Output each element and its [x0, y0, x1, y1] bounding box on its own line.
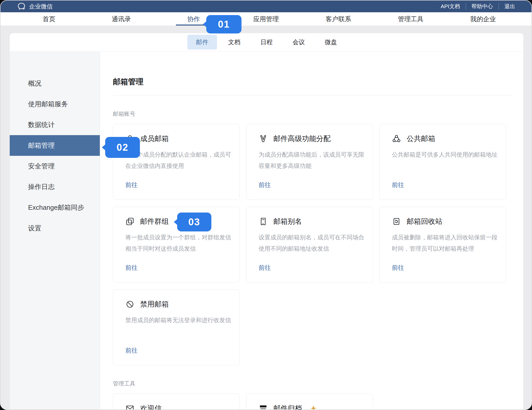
- sidebar-item-settings[interactable]: 设置: [10, 218, 100, 239]
- wecom-admin-window: 企业微信 API文档帮助中心退出 首页通讯录协作应用管理客户联系管理工具我的企业…: [0, 0, 532, 410]
- feature-card: 公共邮箱 公共邮箱是可供多人共同使用的邮箱地址前往: [379, 124, 506, 200]
- step-badge-01: 01: [206, 15, 241, 33]
- feature-card: 邮箱别名 设置成员的邮箱别名，成员可在不同场合使用不同的邮箱地址收发信前往: [246, 207, 373, 283]
- card-description: 为成员分配高级功能后，该成员可享无限容量和更多高级功能: [259, 149, 366, 171]
- card-title: 邮件群组: [140, 217, 169, 226]
- feature-card: 邮件高级功能分配 为成员分配高级功能后，该成员可享无限容量和更多高级功能前往: [246, 124, 373, 200]
- sidebar-item-overview[interactable]: 概况: [10, 73, 100, 94]
- mailbox-alias-icon: [259, 217, 268, 226]
- sidebar-item-exchange-sync[interactable]: Exchange邮箱同步: [10, 197, 100, 218]
- goto-link[interactable]: 前往: [125, 181, 138, 189]
- card-description: 禁用成员的邮箱将无法登录和进行收发信: [125, 314, 233, 326]
- subtab-drive[interactable]: 微盘: [316, 35, 346, 50]
- card-title: 邮箱回收站: [407, 217, 442, 226]
- card-title: 邮件归档: [273, 404, 302, 410]
- card-grid: 欢迎信 邮件归档: [113, 394, 514, 410]
- card-description: 为每个成员分配的默认企业邮箱，成员可在企业微信内直接使用: [125, 149, 233, 171]
- page-title: 邮箱管理: [113, 77, 514, 87]
- subtab-docs[interactable]: 文档: [220, 35, 249, 50]
- module-tabs: 邮件文档日程会议微盘: [10, 33, 523, 51]
- feature-card: 邮件群组 将一批成员设置为一个群组，对群组发信相当于同时对这些成员发信前往: [113, 207, 240, 283]
- wecom-logo-icon: [17, 2, 26, 11]
- card-title: 公共邮箱: [407, 134, 435, 144]
- public-mailbox-icon: [392, 134, 401, 143]
- sidebar-item-statistics[interactable]: 数据统计: [10, 114, 100, 135]
- goto-link[interactable]: 前往: [125, 264, 138, 272]
- logout-link[interactable]: 退出: [499, 3, 515, 10]
- mail-archive-icon: [259, 404, 268, 410]
- title-divider: [113, 95, 514, 96]
- topbar-links: API文档帮助中心退出: [435, 3, 515, 10]
- feature-card: 禁用邮箱 禁用成员的邮箱将无法登录和进行收发信前往: [113, 289, 240, 365]
- mailbox-recycle-icon: [392, 217, 401, 226]
- mail-group-icon: [125, 217, 135, 226]
- help-center-link[interactable]: 帮助中心: [466, 3, 499, 10]
- section-label: 管理工具: [113, 380, 514, 388]
- sidebar-item-security[interactable]: 安全管理: [10, 156, 100, 177]
- feature-card: 欢迎信: [113, 394, 240, 410]
- feature-card: 成员邮箱 为每个成员分配的默认企业邮箱，成员可在企业微信内直接使用前往: [113, 124, 240, 200]
- card-grid: 成员邮箱 为每个成员分配的默认企业邮箱，成员可在企业微信内直接使用前往 邮件高级…: [113, 124, 514, 365]
- card-title: 邮件高级功能分配: [273, 134, 331, 144]
- sidebar-item-mailbox-management[interactable]: 邮箱管理: [10, 135, 100, 156]
- nav-home[interactable]: 首页: [13, 12, 85, 26]
- card-description: 成员被删除，邮箱将进入回收站保留一段时间，管理员可以对邮箱再处理: [392, 232, 499, 254]
- nav-my-company[interactable]: 我的企业: [447, 12, 519, 26]
- feature-card: 邮箱回收站 成员被删除，邮箱将进入回收站保留一段时间，管理员可以对邮箱再处理前往: [379, 207, 506, 283]
- card-title: 成员邮箱: [140, 134, 169, 144]
- welcome-mail-icon: [125, 404, 135, 410]
- subtab-meeting[interactable]: 会议: [284, 35, 313, 50]
- main-panel: 邮箱管理 邮箱账号 成员邮箱 为每个成员分配的默认企业邮箱，成员可在企业微信内直…: [100, 51, 523, 409]
- main-nav: 首页通讯录协作应用管理客户联系管理工具我的企业: [1, 12, 531, 26]
- subtab-schedule[interactable]: 日程: [252, 35, 281, 50]
- section-label: 邮箱账号: [113, 110, 514, 118]
- card-title: 欢迎信: [140, 404, 162, 410]
- goto-link[interactable]: 前往: [259, 264, 271, 272]
- nav-contacts[interactable]: 通讯录: [85, 12, 157, 26]
- sidebar-item-mail-service[interactable]: 使用邮箱服务: [10, 94, 100, 114]
- card-title: 禁用邮箱: [140, 299, 169, 309]
- goto-link[interactable]: 前往: [125, 346, 138, 355]
- brand: 企业微信: [17, 2, 53, 11]
- sidebar: 概况使用邮箱服务数据统计邮箱管理安全管理操作日志Exchange邮箱同步设置: [10, 51, 100, 409]
- goto-link[interactable]: 前往: [392, 181, 404, 189]
- sidebar-item-operation-logs[interactable]: 操作日志: [10, 177, 100, 197]
- step-badge-03: 03: [177, 213, 211, 231]
- brand-name: 企业微信: [29, 3, 53, 10]
- nav-customer-contact[interactable]: 客户联系: [302, 12, 374, 26]
- card-description: 将一批成员设置为一个群组，对群组发信相当于同时对这些成员发信: [125, 232, 233, 254]
- goto-link[interactable]: 前往: [392, 264, 404, 272]
- api-docs-link[interactable]: API文档: [435, 3, 466, 10]
- nav-admin-tools[interactable]: 管理工具: [374, 12, 447, 26]
- subtab-mail[interactable]: 邮件: [187, 35, 217, 50]
- card-description: 设置成员的邮箱别名，成员可在不同场合使用不同的邮箱地址收发信: [259, 232, 366, 254]
- feature-card: 邮件归档: [246, 394, 373, 410]
- card-description: 公共邮箱是可供多人共同使用的邮箱地址: [392, 149, 499, 160]
- card-title: 邮箱别名: [273, 217, 302, 226]
- disabled-mailbox-icon: [125, 300, 135, 309]
- vip-feature-icon: [259, 134, 268, 143]
- topbar: 企业微信 API文档帮助中心退出: [1, 1, 531, 12]
- content-container: 邮件文档日程会议微盘 概况使用邮箱服务数据统计邮箱管理安全管理操作日志Excha…: [10, 33, 523, 409]
- goto-link[interactable]: 前往: [259, 181, 271, 189]
- step-badge-02: 02: [105, 137, 140, 158]
- premium-sparkle-icon: [310, 405, 317, 410]
